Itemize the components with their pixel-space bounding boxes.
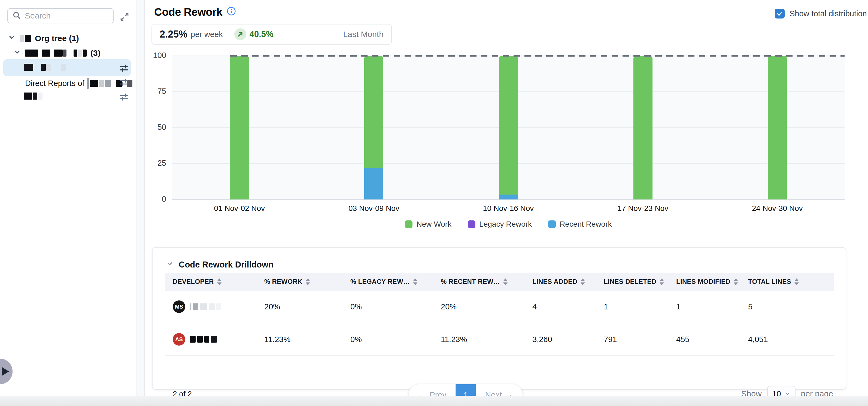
column-header-lines-deleted[interactable]: LINES DELETED [596, 278, 669, 285]
legend-label: Legacy Rework [479, 220, 532, 229]
sort-icon[interactable] [659, 278, 664, 285]
sidebar-item-selected-team[interactable] [3, 59, 131, 76]
legend-swatch [468, 221, 475, 228]
legend-label: Recent Rework [560, 220, 612, 229]
sidebar-item-group[interactable]: (3) [13, 48, 100, 58]
filter-icon[interactable] [118, 76, 130, 88]
search-icon [12, 11, 21, 21]
sort-icon[interactable] [413, 278, 417, 285]
redacted-text [200, 303, 207, 310]
org-logo-redacted [25, 35, 31, 42]
column-label: % RECENT REW… [441, 278, 500, 285]
redacted-text [190, 336, 196, 343]
x-tick-label: 17 Nov-23 Nov [586, 204, 700, 213]
redacted-text [61, 64, 66, 71]
segment-new-work [364, 56, 383, 168]
cell-added: 3,260 [525, 335, 596, 344]
cell-rework: 11.23% [257, 335, 343, 344]
sort-icon[interactable] [306, 278, 310, 285]
org-tree-label: Org tree (1) [35, 34, 79, 43]
table-body: MS20%0%20%4115AS11.23%0%11.23%3,26079145… [165, 291, 834, 356]
sort-icon[interactable] [217, 278, 221, 285]
cell-added: 4 [525, 302, 596, 311]
chevron-down-icon[interactable] [13, 48, 21, 58]
legend-swatch [405, 221, 412, 228]
column-label: LINES ADDED [532, 278, 577, 285]
redacted-text [63, 49, 66, 57]
avatar: MS [173, 300, 185, 313]
trend-up-icon [234, 28, 246, 40]
x-tick-label: 10 Nov-16 Nov [451, 204, 566, 213]
legend-item-legacy-rework[interactable]: Legacy Rework [468, 220, 532, 229]
column-header-lines-modified[interactable]: LINES MODIFIED [669, 278, 741, 285]
y-tick-label: 50 [142, 123, 166, 132]
filter-icon[interactable] [118, 91, 130, 103]
column-header-total-lines[interactable]: TOTAL LINES [741, 278, 834, 285]
column-header-lines-added[interactable]: LINES ADDED [525, 278, 596, 285]
group-count: (3) [90, 48, 100, 58]
period-label: Last Month [343, 30, 383, 39]
show-total-distribution-toggle[interactable]: Show total distribution [775, 9, 867, 19]
info-icon[interactable] [227, 6, 236, 18]
y-tick-label: 0 [142, 195, 166, 204]
sort-icon[interactable] [503, 278, 507, 285]
column-label: LINES DELETED [604, 278, 656, 285]
x-tick-label: 01 Nov-02 Nov [182, 204, 297, 213]
y-tick-label: 100 [142, 51, 166, 60]
cell-rework: 20% [257, 302, 343, 311]
redacted-text [54, 49, 63, 57]
redacted-text [38, 93, 42, 100]
redacted-text [33, 93, 37, 100]
column-header--rework[interactable]: % REWORK [257, 278, 343, 285]
legend-item-recent-rework[interactable]: Recent Rework [548, 220, 612, 229]
sort-icon[interactable] [795, 278, 799, 285]
cell-legacy: 0% [343, 302, 433, 311]
table-row[interactable]: MS20%0%20%4115 [165, 291, 834, 323]
developer-name-redacted [190, 303, 221, 310]
column-header--recent-rew-[interactable]: % RECENT REW… [433, 278, 525, 285]
sidebar-item-team2[interactable] [24, 93, 42, 100]
page-title: Code Rework [154, 6, 222, 18]
sidebar-item-org-tree[interactable]: Org tree (1) [8, 33, 79, 43]
sort-icon[interactable] [581, 278, 585, 285]
rework-rate-unit: per week [191, 30, 223, 39]
x-tick-label: 24 Nov-30 Nov [720, 204, 835, 213]
play-icon [2, 367, 9, 376]
column-label: LINES MODIFIED [676, 278, 731, 285]
cell-recent: 20% [433, 302, 525, 311]
org-sidebar: Org tree (1) (3) D [0, 0, 136, 396]
delta-value: 40.5% [250, 29, 274, 39]
developer-name-redacted [190, 336, 217, 343]
redacted-text [193, 303, 198, 310]
stacked-bar-chart [172, 56, 844, 199]
column-header-developer[interactable]: DEVELOPER [165, 278, 257, 285]
redacted-text [90, 80, 98, 87]
drilldown-header[interactable]: Code Rework Drilldown [166, 260, 274, 270]
developer-cell: MS [165, 300, 257, 313]
show-total-distribution-label: Show total distribution [789, 9, 867, 18]
sidebar-search[interactable] [7, 8, 114, 24]
y-tick-label: 25 [142, 159, 166, 168]
table-row[interactable]: AS11.23%0%11.23%3,2607914554,051 [165, 323, 834, 356]
redacted-text [99, 80, 104, 87]
segment-recent-rework [499, 195, 518, 199]
y-tick-label: 75 [142, 87, 166, 96]
filter-icon[interactable] [118, 62, 130, 74]
search-input[interactable] [25, 11, 106, 21]
chevron-down-icon[interactable] [8, 33, 16, 43]
sidebar-item-direct-reports[interactable]: Direct Reports of [25, 78, 132, 89]
expand-sidebar-icon[interactable] [119, 11, 130, 22]
legend-label: New Work [416, 220, 452, 229]
column-header--legacy-rew-[interactable]: % LEGACY REW… [343, 278, 433, 285]
sort-icon[interactable] [734, 278, 738, 285]
chevron-down-icon[interactable] [166, 260, 174, 270]
cell-modified: 455 [669, 335, 741, 344]
segment-new-work [633, 56, 652, 199]
redacted-text [42, 49, 50, 57]
avatar: AS [173, 333, 185, 346]
legend-item-new-work[interactable]: New Work [405, 220, 452, 229]
segment-new-work [499, 56, 518, 195]
checkbox-checked-icon[interactable] [775, 9, 785, 19]
rework-rate-value: 2.25% [160, 29, 187, 40]
redacted-text [204, 336, 209, 343]
